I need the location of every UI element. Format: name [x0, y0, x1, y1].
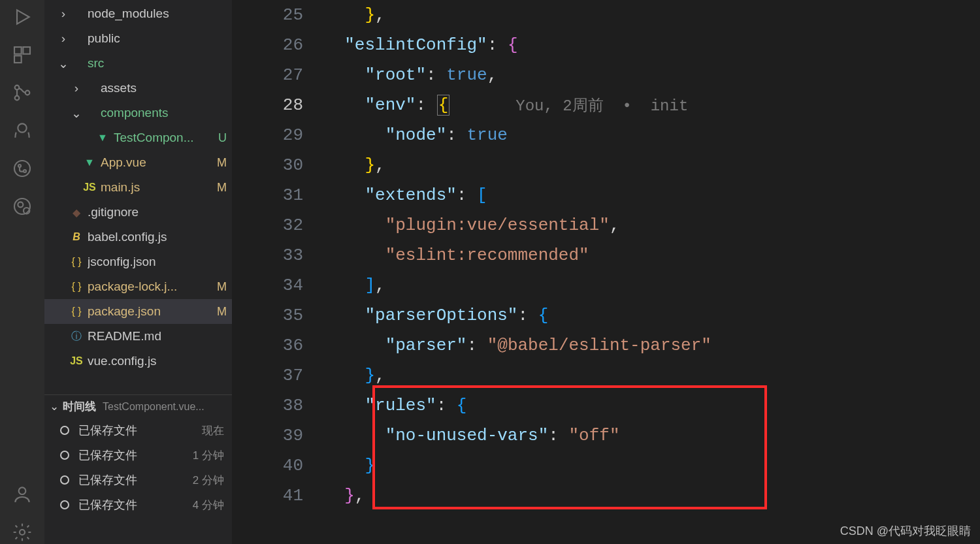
timeline-list: 已保存文件现在已保存文件1 分钟已保存文件2 分钟已保存文件4 分钟: [44, 418, 232, 517]
tree-item-src[interactable]: ⌄src: [44, 51, 232, 76]
token: {: [508, 35, 518, 55]
token: "off": [568, 426, 619, 445]
code-line[interactable]: "parser": "@babel/eslint-parser": [324, 330, 973, 360]
token: {: [538, 306, 549, 325]
token: ,: [375, 155, 385, 175]
source-control-circle-icon[interactable]: [10, 157, 34, 180]
token: ,: [355, 486, 365, 505]
line-number: 30: [233, 150, 303, 180]
code-line[interactable]: "extends": [: [324, 180, 973, 210]
code-line[interactable]: },: [324, 0, 973, 30]
code-line[interactable]: "no-unused-vars": "off": [324, 421, 973, 451]
run-debug-icon[interactable]: [10, 5, 34, 29]
timeline-subtitle: TestComponent.vue...: [103, 401, 204, 413]
code-editor[interactable]: 2526272829303132333435363738394041 }, "e…: [233, 0, 980, 544]
token: :: [436, 396, 457, 415]
code-line[interactable]: ],: [324, 270, 973, 300]
timeline-item[interactable]: 已保存文件现在: [44, 418, 232, 443]
code-line[interactable]: },: [324, 481, 973, 511]
tree-item-babel-config-js[interactable]: Bbabel.config.js: [44, 225, 232, 249]
token: "no-unused-vars": [385, 426, 549, 445]
token: [324, 336, 385, 355]
tree-item-label: TestCompon...: [114, 131, 212, 145]
code-line[interactable]: "root": true,: [324, 60, 973, 90]
git-status-badge: M: [212, 305, 227, 319]
code-line[interactable]: }: [324, 451, 973, 481]
code-line[interactable]: "node": true: [324, 120, 973, 150]
bug-circle-icon[interactable]: [10, 195, 34, 218]
tree-item-package-lock-j-[interactable]: { }package-lock.j...M: [44, 274, 232, 299]
tree-item-readme-md[interactable]: ⓘREADME.md: [44, 324, 232, 349]
timeline-item[interactable]: 已保存文件2 分钟: [44, 468, 232, 492]
line-number: 34: [233, 270, 303, 300]
token: }: [365, 456, 375, 475]
tree-item-testcompon-[interactable]: ▼TestCompon...U: [44, 125, 232, 150]
tree-item-jsconfig-json[interactable]: { }jsconfig.json: [44, 249, 232, 274]
token: :: [457, 185, 477, 205]
token: {: [437, 95, 450, 116]
token: [324, 216, 385, 235]
token: true: [466, 125, 507, 145]
accounts-icon[interactable]: [10, 119, 34, 142]
babel-icon: B: [69, 231, 84, 243]
tree-item-main-js[interactable]: JSmain.jsM: [44, 175, 232, 200]
tree-item--gitignore[interactable]: ◆.gitignore: [44, 200, 232, 225]
tree-item-label: node_modules: [88, 7, 212, 21]
code-line[interactable]: "plugin:vue/essential",: [324, 210, 973, 240]
timeline-header[interactable]: ⌄ 时间线 TestComponent.vue...: [44, 394, 232, 418]
code-line[interactable]: "eslint:recommended": [324, 240, 973, 270]
activity-bar: [0, 0, 44, 544]
line-number: 28: [233, 90, 303, 120]
token: :: [517, 306, 538, 325]
chevron-right-icon: ›: [57, 7, 69, 21]
tree-item-public[interactable]: ›public: [44, 26, 232, 51]
token: ,: [610, 216, 620, 235]
tree-item-app-vue[interactable]: ▼App.vueM: [44, 150, 232, 175]
timeline-item[interactable]: 已保存文件4 分钟: [44, 492, 232, 517]
token: "parser": [385, 336, 467, 355]
token: true: [446, 65, 487, 85]
token: "parserOptions": [365, 306, 517, 325]
token: }: [365, 366, 375, 385]
account-icon[interactable]: [10, 483, 34, 506]
watermark: CSDN @代码对我眨眼睛: [840, 523, 971, 539]
tree-item-assets[interactable]: ›assets: [44, 76, 232, 101]
extensions-icon[interactable]: [10, 43, 34, 67]
code-content[interactable]: }, "eslintConfig": { "root": true, "env"…: [324, 0, 980, 544]
tree-item-node-modules[interactable]: ›node_modules: [44, 1, 232, 26]
json-icon: { }: [69, 256, 84, 268]
tree-item-package-json[interactable]: { }package.jsonM: [44, 299, 232, 324]
code-line[interactable]: "rules": {: [324, 391, 973, 421]
line-number: 40: [233, 451, 303, 481]
code-line[interactable]: },: [324, 360, 973, 391]
svg-rect-3: [14, 56, 22, 63]
svg-point-15: [20, 530, 25, 535]
code-line[interactable]: "env": {You, 2周前 • init: [324, 90, 973, 120]
svg-marker-0: [17, 10, 29, 24]
token: ]: [365, 276, 375, 295]
code-line[interactable]: "parserOptions": {: [324, 300, 973, 330]
git-status-badge: M: [212, 156, 227, 170]
git-status-badge: M: [212, 280, 227, 294]
git-icon: ◆: [69, 206, 84, 219]
token: :: [426, 65, 446, 85]
code-line[interactable]: "eslintConfig": {: [324, 30, 973, 60]
svg-point-10: [24, 170, 26, 172]
timeline-item[interactable]: 已保存文件1 分钟: [44, 443, 232, 468]
chevron-down-icon: ⌄: [71, 106, 82, 121]
token: }: [344, 486, 355, 505]
git-merge-icon[interactable]: [10, 81, 34, 104]
svg-rect-1: [14, 47, 22, 54]
token: [324, 366, 365, 385]
timeline-label: 已保存文件: [78, 472, 193, 488]
settings-gear-icon[interactable]: [10, 520, 34, 544]
svg-point-13: [18, 202, 23, 207]
line-number: 36: [233, 330, 303, 360]
tree-item-components[interactable]: ⌄components: [44, 101, 232, 125]
token: [324, 276, 365, 295]
tree-item-vue-config-js[interactable]: JSvue.config.js: [44, 349, 232, 374]
code-line[interactable]: },: [324, 150, 973, 180]
svg-point-4: [15, 86, 20, 90]
token: [324, 65, 365, 85]
line-number-gutter: 2526272829303132333435363738394041: [233, 0, 324, 544]
